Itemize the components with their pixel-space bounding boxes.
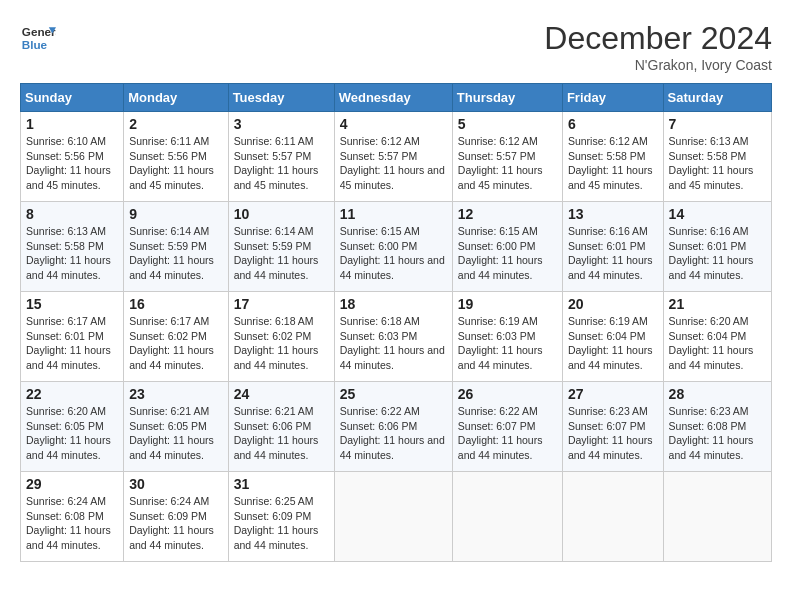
day-info: Sunrise: 6:15 AMSunset: 6:00 PMDaylight:… [340, 225, 445, 281]
calendar-cell: 17 Sunrise: 6:18 AMSunset: 6:02 PMDaylig… [228, 292, 334, 382]
calendar-cell: 30 Sunrise: 6:24 AMSunset: 6:09 PMDaylig… [124, 472, 228, 562]
calendar-cell: 10 Sunrise: 6:14 AMSunset: 5:59 PMDaylig… [228, 202, 334, 292]
month-title: December 2024 [544, 20, 772, 57]
day-info: Sunrise: 6:11 AMSunset: 5:57 PMDaylight:… [234, 135, 319, 191]
calendar-cell: 21 Sunrise: 6:20 AMSunset: 6:04 PMDaylig… [663, 292, 771, 382]
day-number: 22 [26, 386, 118, 402]
calendar-cell: 27 Sunrise: 6:23 AMSunset: 6:07 PMDaylig… [562, 382, 663, 472]
calendar-cell: 20 Sunrise: 6:19 AMSunset: 6:04 PMDaylig… [562, 292, 663, 382]
day-info: Sunrise: 6:18 AMSunset: 6:03 PMDaylight:… [340, 315, 445, 371]
calendar-cell: 9 Sunrise: 6:14 AMSunset: 5:59 PMDayligh… [124, 202, 228, 292]
calendar-cell: 8 Sunrise: 6:13 AMSunset: 5:58 PMDayligh… [21, 202, 124, 292]
day-number: 14 [669, 206, 766, 222]
calendar-cell: 24 Sunrise: 6:21 AMSunset: 6:06 PMDaylig… [228, 382, 334, 472]
calendar-cell: 2 Sunrise: 6:11 AMSunset: 5:56 PMDayligh… [124, 112, 228, 202]
day-info: Sunrise: 6:14 AMSunset: 5:59 PMDaylight:… [129, 225, 214, 281]
day-info: Sunrise: 6:13 AMSunset: 5:58 PMDaylight:… [669, 135, 754, 191]
day-number: 31 [234, 476, 329, 492]
calendar-week-row: 29 Sunrise: 6:24 AMSunset: 6:08 PMDaylig… [21, 472, 772, 562]
day-info: Sunrise: 6:13 AMSunset: 5:58 PMDaylight:… [26, 225, 111, 281]
day-number: 23 [129, 386, 222, 402]
calendar-week-row: 15 Sunrise: 6:17 AMSunset: 6:01 PMDaylig… [21, 292, 772, 382]
calendar-cell: 22 Sunrise: 6:20 AMSunset: 6:05 PMDaylig… [21, 382, 124, 472]
calendar-cell: 28 Sunrise: 6:23 AMSunset: 6:08 PMDaylig… [663, 382, 771, 472]
calendar-week-row: 22 Sunrise: 6:20 AMSunset: 6:05 PMDaylig… [21, 382, 772, 472]
day-info: Sunrise: 6:24 AMSunset: 6:09 PMDaylight:… [129, 495, 214, 551]
calendar-week-row: 8 Sunrise: 6:13 AMSunset: 5:58 PMDayligh… [21, 202, 772, 292]
day-info: Sunrise: 6:21 AMSunset: 6:06 PMDaylight:… [234, 405, 319, 461]
day-info: Sunrise: 6:21 AMSunset: 6:05 PMDaylight:… [129, 405, 214, 461]
day-number: 26 [458, 386, 557, 402]
calendar-week-row: 1 Sunrise: 6:10 AMSunset: 5:56 PMDayligh… [21, 112, 772, 202]
day-number: 2 [129, 116, 222, 132]
logo: General Blue [20, 20, 56, 56]
day-number: 16 [129, 296, 222, 312]
day-number: 5 [458, 116, 557, 132]
calendar-cell: 14 Sunrise: 6:16 AMSunset: 6:01 PMDaylig… [663, 202, 771, 292]
day-info: Sunrise: 6:23 AMSunset: 6:08 PMDaylight:… [669, 405, 754, 461]
calendar-cell: 12 Sunrise: 6:15 AMSunset: 6:00 PMDaylig… [452, 202, 562, 292]
calendar-cell: 31 Sunrise: 6:25 AMSunset: 6:09 PMDaylig… [228, 472, 334, 562]
day-number: 11 [340, 206, 447, 222]
day-info: Sunrise: 6:10 AMSunset: 5:56 PMDaylight:… [26, 135, 111, 191]
day-number: 17 [234, 296, 329, 312]
day-number: 4 [340, 116, 447, 132]
day-info: Sunrise: 6:12 AMSunset: 5:57 PMDaylight:… [458, 135, 543, 191]
day-number: 15 [26, 296, 118, 312]
weekday-header-row: SundayMondayTuesdayWednesdayThursdayFrid… [21, 84, 772, 112]
day-info: Sunrise: 6:24 AMSunset: 6:08 PMDaylight:… [26, 495, 111, 551]
calendar-cell: 11 Sunrise: 6:15 AMSunset: 6:00 PMDaylig… [334, 202, 452, 292]
calendar-cell: 18 Sunrise: 6:18 AMSunset: 6:03 PMDaylig… [334, 292, 452, 382]
day-number: 29 [26, 476, 118, 492]
day-info: Sunrise: 6:18 AMSunset: 6:02 PMDaylight:… [234, 315, 319, 371]
weekday-header-friday: Friday [562, 84, 663, 112]
day-number: 9 [129, 206, 222, 222]
day-info: Sunrise: 6:15 AMSunset: 6:00 PMDaylight:… [458, 225, 543, 281]
calendar-cell [562, 472, 663, 562]
svg-text:Blue: Blue [22, 38, 48, 51]
weekday-header-tuesday: Tuesday [228, 84, 334, 112]
calendar-cell: 25 Sunrise: 6:22 AMSunset: 6:06 PMDaylig… [334, 382, 452, 472]
day-number: 25 [340, 386, 447, 402]
calendar-cell: 4 Sunrise: 6:12 AMSunset: 5:57 PMDayligh… [334, 112, 452, 202]
day-number: 8 [26, 206, 118, 222]
location-title: N'Grakon, Ivory Coast [544, 57, 772, 73]
day-number: 18 [340, 296, 447, 312]
calendar-cell: 13 Sunrise: 6:16 AMSunset: 6:01 PMDaylig… [562, 202, 663, 292]
day-number: 3 [234, 116, 329, 132]
day-number: 30 [129, 476, 222, 492]
day-number: 6 [568, 116, 658, 132]
day-number: 19 [458, 296, 557, 312]
calendar-cell: 26 Sunrise: 6:22 AMSunset: 6:07 PMDaylig… [452, 382, 562, 472]
day-number: 7 [669, 116, 766, 132]
calendar-cell: 1 Sunrise: 6:10 AMSunset: 5:56 PMDayligh… [21, 112, 124, 202]
weekday-header-wednesday: Wednesday [334, 84, 452, 112]
day-number: 12 [458, 206, 557, 222]
calendar-cell: 7 Sunrise: 6:13 AMSunset: 5:58 PMDayligh… [663, 112, 771, 202]
day-info: Sunrise: 6:12 AMSunset: 5:57 PMDaylight:… [340, 135, 445, 191]
weekday-header-thursday: Thursday [452, 84, 562, 112]
day-info: Sunrise: 6:19 AMSunset: 6:04 PMDaylight:… [568, 315, 653, 371]
calendar-cell [663, 472, 771, 562]
weekday-header-monday: Monday [124, 84, 228, 112]
logo-icon: General Blue [20, 20, 56, 56]
day-number: 21 [669, 296, 766, 312]
day-number: 10 [234, 206, 329, 222]
day-info: Sunrise: 6:25 AMSunset: 6:09 PMDaylight:… [234, 495, 319, 551]
day-info: Sunrise: 6:23 AMSunset: 6:07 PMDaylight:… [568, 405, 653, 461]
header: General Blue December 2024 N'Grakon, Ivo… [20, 20, 772, 73]
day-info: Sunrise: 6:17 AMSunset: 6:01 PMDaylight:… [26, 315, 111, 371]
day-number: 27 [568, 386, 658, 402]
calendar-cell [452, 472, 562, 562]
calendar-cell: 29 Sunrise: 6:24 AMSunset: 6:08 PMDaylig… [21, 472, 124, 562]
svg-text:General: General [22, 25, 56, 38]
day-number: 24 [234, 386, 329, 402]
day-info: Sunrise: 6:20 AMSunset: 6:05 PMDaylight:… [26, 405, 111, 461]
day-info: Sunrise: 6:22 AMSunset: 6:07 PMDaylight:… [458, 405, 543, 461]
day-info: Sunrise: 6:19 AMSunset: 6:03 PMDaylight:… [458, 315, 543, 371]
day-info: Sunrise: 6:14 AMSunset: 5:59 PMDaylight:… [234, 225, 319, 281]
day-number: 28 [669, 386, 766, 402]
calendar-cell: 19 Sunrise: 6:19 AMSunset: 6:03 PMDaylig… [452, 292, 562, 382]
day-info: Sunrise: 6:20 AMSunset: 6:04 PMDaylight:… [669, 315, 754, 371]
calendar-cell: 6 Sunrise: 6:12 AMSunset: 5:58 PMDayligh… [562, 112, 663, 202]
